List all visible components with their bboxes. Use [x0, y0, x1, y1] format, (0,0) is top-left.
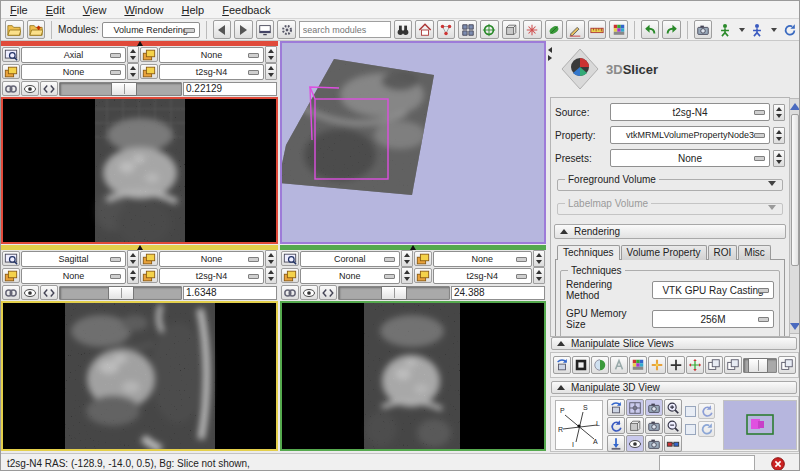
- coronal-maximize-button[interactable]: [281, 251, 299, 266]
- axial-link-button[interactable]: [2, 81, 20, 96]
- presets-spin[interactable]: [773, 150, 785, 167]
- roll-view-button[interactable]: [607, 435, 625, 452]
- coronal-color-bar[interactable]: [280, 245, 546, 250]
- coronal-label-combo[interactable]: None: [300, 268, 400, 284]
- view-axes-widget[interactable]: P S L R I A: [555, 400, 603, 450]
- three-d-view[interactable]: [280, 41, 546, 244]
- home-module-button[interactable]: [415, 20, 434, 39]
- sagittal-link-button[interactable]: [2, 285, 20, 300]
- panel-scrollbar[interactable]: [789, 98, 800, 334]
- sagittal-slice-offset-value[interactable]: 1.6348: [183, 286, 277, 300]
- rendering-method-combo[interactable]: VTK GPU Ray Casting: [652, 281, 774, 299]
- sagittal-foreground-layer-button[interactable]: [140, 251, 158, 266]
- axial-label-layer-button[interactable]: [2, 64, 20, 79]
- tab-roi[interactable]: ROI: [708, 245, 738, 260]
- slice-spatial-units-button[interactable]: [686, 356, 704, 374]
- axis-label-r[interactable]: R: [558, 426, 563, 433]
- volumes-button[interactable]: [502, 20, 521, 39]
- center-view-button[interactable]: [626, 399, 644, 416]
- slice-compositing-button[interactable]: [629, 356, 647, 374]
- axial-label-spin[interactable]: [127, 63, 139, 80]
- redo-button[interactable]: [662, 20, 681, 39]
- axial-color-bar[interactable]: [1, 41, 278, 46]
- tab-misc[interactable]: Misc: [738, 245, 771, 260]
- coronal-slice-view[interactable]: [280, 301, 546, 451]
- panel-collapse-handle[interactable]: [548, 45, 553, 65]
- camera-button[interactable]: [645, 417, 663, 434]
- coronal-label-spin[interactable]: [401, 267, 413, 284]
- find-module-button[interactable]: [394, 20, 413, 39]
- axial-foreground-combo[interactable]: None: [159, 47, 264, 63]
- coronal-background-spin[interactable]: [533, 267, 545, 284]
- labelmap-volume-group[interactable]: Labelmap Volume: [557, 203, 783, 215]
- view-visibility-button[interactable]: [626, 435, 644, 452]
- screen-capture-button[interactable]: [694, 20, 713, 39]
- slider-handle[interactable]: [381, 286, 407, 300]
- orthographic-button[interactable]: [626, 417, 644, 434]
- dropdown-arrow-icon[interactable]: [739, 28, 745, 32]
- editor-button[interactable]: [545, 20, 564, 39]
- slice-intersections-button[interactable]: [667, 356, 685, 374]
- axis-label-l[interactable]: L: [596, 420, 600, 427]
- sagittal-label-layer-button[interactable]: [2, 268, 20, 283]
- manipulate-3d-view-header[interactable]: Manipulate 3D View: [551, 381, 797, 394]
- sagittal-background-spin[interactable]: [265, 267, 277, 284]
- slice-opacity-slider[interactable]: [743, 358, 777, 373]
- sagittal-visibility-button[interactable]: [21, 285, 39, 300]
- coronal-visibility-button[interactable]: [300, 285, 318, 300]
- coronal-foreground-combo[interactable]: None: [433, 251, 533, 267]
- axial-visibility-button[interactable]: [21, 81, 39, 96]
- coronal-slice-offset-value[interactable]: 24.388: [451, 286, 545, 300]
- rock-view-button[interactable]: [698, 421, 715, 437]
- axial-slice-offset-slider[interactable]: [59, 82, 182, 96]
- colors-button[interactable]: [609, 20, 628, 39]
- axial-background-spin[interactable]: [265, 63, 277, 80]
- transforms-button[interactable]: [523, 20, 542, 39]
- foreground-volume-group[interactable]: Foreground Volume: [557, 179, 783, 191]
- sagittal-label-combo[interactable]: None: [21, 268, 126, 284]
- error-log-button[interactable]: [771, 457, 785, 471]
- scene-view-restore-button[interactable]: [748, 20, 767, 39]
- sagittal-color-bar[interactable]: [1, 245, 278, 250]
- slice-link-views-button[interactable]: [572, 356, 590, 374]
- coronal-orientation-spin[interactable]: [401, 250, 413, 267]
- coronal-link-button[interactable]: [281, 285, 299, 300]
- pitch-view-button[interactable]: [607, 399, 625, 416]
- module-back-button[interactable]: [213, 20, 232, 39]
- slider-handle[interactable]: [108, 286, 134, 300]
- axial-background-layer-button[interactable]: [140, 64, 158, 79]
- status-log-input[interactable]: [659, 455, 755, 471]
- coronal-background-combo[interactable]: t2sg-N4: [433, 268, 533, 284]
- capture-view-button[interactable]: [645, 399, 663, 416]
- more-view-options-button[interactable]: [645, 435, 663, 452]
- slice-crosshair-button[interactable]: [648, 356, 666, 374]
- menu-file[interactable]: File: [1, 3, 37, 17]
- extensions-button[interactable]: [458, 20, 477, 39]
- chevron-down-icon[interactable]: [768, 181, 776, 186]
- source-combo[interactable]: t2sg-N4: [610, 103, 770, 121]
- slider-handle[interactable]: [111, 82, 137, 96]
- sagittal-slice-offset-slider[interactable]: [59, 286, 182, 300]
- slice-background-button[interactable]: [724, 356, 742, 374]
- sagittal-orientation-combo[interactable]: Sagittal: [21, 251, 126, 267]
- coronal-background-layer-button[interactable]: [414, 268, 432, 283]
- menu-view[interactable]: View: [74, 3, 116, 17]
- property-combo[interactable]: vtkMRMLVolumePropertyNode3: [610, 126, 770, 144]
- slider-handle[interactable]: [748, 358, 768, 373]
- modules-combo[interactable]: Volume Rendering: [102, 22, 200, 38]
- rendering-section-header[interactable]: Rendering: [554, 224, 786, 239]
- coronal-more-options-button[interactable]: [319, 285, 337, 300]
- axial-orientation-combo[interactable]: Axial: [21, 47, 126, 63]
- spin-checkbox[interactable]: [685, 406, 696, 417]
- measurements-button[interactable]: [588, 20, 607, 39]
- manipulate-slice-views-header[interactable]: Manipulate Slice Views: [551, 337, 797, 350]
- slice-interpolation-button[interactable]: [591, 356, 609, 374]
- axis-label-p[interactable]: P: [560, 407, 565, 414]
- scroll-down-button[interactable]: [790, 319, 800, 333]
- axial-more-options-button[interactable]: [40, 81, 58, 96]
- modules-graph-button[interactable]: [437, 20, 456, 39]
- property-spin[interactable]: [773, 127, 785, 144]
- module-history-button[interactable]: [277, 20, 296, 39]
- save-data-button[interactable]: [27, 20, 46, 39]
- menu-feedback[interactable]: Feedback: [213, 3, 279, 17]
